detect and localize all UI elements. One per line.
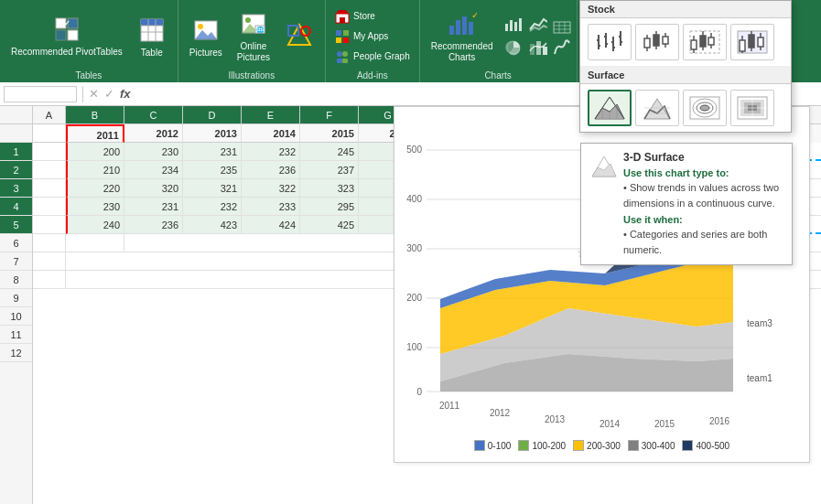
cell-f-n1[interactable]: 245 (300, 143, 359, 161)
col-header-f[interactable]: F (300, 106, 359, 123)
stock-type-2[interactable] (635, 24, 679, 60)
cell-f-n2[interactable]: 237 (300, 161, 359, 179)
cell-c-n1[interactable]: 230 (124, 143, 183, 161)
row-header-9[interactable]: 9 (0, 289, 32, 307)
column-chart-button[interactable] (502, 15, 524, 35)
store-button[interactable]: Store (331, 7, 379, 26)
cancel-icon[interactable]: ✕ (89, 87, 99, 101)
cell-b0[interactable]: 2011 (66, 124, 124, 143)
cell-c0[interactable]: 2012 (124, 124, 183, 143)
cell-b-n4[interactable]: 230 (66, 198, 124, 216)
cell-d0[interactable]: 2013 (183, 124, 242, 143)
surface-top-view-2[interactable] (730, 90, 774, 126)
pie-chart-button[interactable] (502, 38, 524, 58)
pictures-label: Pictures (189, 48, 222, 58)
legend-item-100-200: 100-200 (518, 440, 566, 451)
svg-text:500: 500 (406, 145, 422, 155)
cell-c-n3[interactable]: 320 (124, 179, 183, 198)
row-header-n4[interactable]: 4 (0, 198, 32, 216)
cell-a-n5[interactable] (33, 216, 66, 234)
cell-e-n3[interactable]: 322 (242, 179, 300, 198)
pictures-button[interactable]: Pictures (184, 8, 228, 65)
row-header-n2[interactable]: 2 (0, 161, 32, 179)
cell-f-n5[interactable]: 425 (300, 216, 359, 234)
surface-3d-2[interactable] (635, 90, 679, 126)
cell-e0[interactable]: 2014 (242, 124, 300, 143)
stock-type-3[interactable] (683, 24, 727, 60)
svg-text:200: 200 (406, 293, 422, 303)
cell-b-n2[interactable]: 210 (66, 161, 124, 179)
cell-c-n4[interactable]: 231 (124, 198, 183, 216)
svg-rect-2 (56, 30, 66, 40)
tooltip-text-block: 3-D Surface Use this chart type to: • Sh… (623, 151, 779, 257)
svg-rect-3 (68, 30, 78, 40)
name-box[interactable] (4, 86, 77, 102)
row-header-1[interactable] (0, 124, 32, 143)
row-header-n5[interactable]: 5 (0, 216, 32, 234)
cell-a-n4[interactable] (33, 198, 66, 216)
cell-b-n3[interactable]: 220 (66, 179, 124, 198)
row-header-8[interactable]: 8 (0, 271, 32, 289)
cell-b-n1[interactable]: 200 (66, 143, 124, 161)
recommended-pivot-tables-button[interactable]: ✓ Recommended PivotTables (5, 8, 128, 65)
cell-a-n3[interactable] (33, 179, 66, 198)
stock-type-4[interactable] (730, 24, 774, 60)
line-chart-button[interactable] (527, 15, 549, 35)
ribbon-section-tables: ✓ Recommended PivotTables Table (0, 0, 178, 82)
cell-e-n1[interactable]: 232 (242, 143, 300, 161)
people-graph-button[interactable]: People Graph (331, 48, 414, 66)
row-header-n1[interactable]: 1 (0, 143, 32, 161)
cell-d-n2[interactable]: 235 (183, 161, 242, 179)
row-header-10[interactable]: 10 (0, 307, 32, 326)
fx-icon[interactable]: fx (120, 87, 131, 101)
row-header-11[interactable]: 11 (0, 326, 32, 344)
cell-d-n5[interactable]: 423 (183, 216, 242, 234)
tooltip-use-when-label: Use it when: (623, 214, 779, 225)
cell-e-n4[interactable]: 233 (242, 198, 300, 216)
surface-3d-1[interactable] (588, 90, 632, 126)
table-button[interactable]: Table (132, 8, 172, 65)
cell-d-n3[interactable]: 321 (183, 179, 242, 198)
more-charts-button[interactable] (527, 38, 549, 58)
cell-c-n2[interactable]: 234 (124, 161, 183, 179)
cell-e-n2[interactable]: 236 (242, 161, 300, 179)
svg-text:🌐: 🌐 (255, 26, 264, 34)
col-header-e[interactable]: E (242, 106, 300, 123)
col-header-b[interactable]: B (66, 106, 124, 123)
cell-a0[interactable] (33, 124, 66, 143)
stock-type-1[interactable] (588, 24, 632, 60)
svg-rect-26 (343, 30, 349, 36)
cell-f-n3[interactable]: 323 (300, 179, 359, 198)
cell-d-n1[interactable]: 231 (183, 143, 242, 161)
svg-rect-36 (469, 22, 473, 35)
svg-rect-89 (644, 38, 650, 48)
cell-a-n2[interactable] (33, 161, 66, 179)
surface-icons-row (580, 84, 791, 132)
cell-c-n5[interactable]: 236 (124, 216, 183, 234)
row-header-7[interactable]: 7 (0, 252, 32, 271)
shapes-button[interactable] (279, 8, 319, 65)
col-header-c[interactable]: C (124, 106, 183, 123)
row-header-12[interactable]: 12 (0, 344, 32, 362)
col-header-a[interactable]: A (33, 106, 66, 123)
cell-f0[interactable]: 2015 (300, 124, 359, 143)
row-header-6[interactable]: 6 (0, 234, 32, 252)
svg-point-30 (342, 51, 348, 57)
cell-f-n4[interactable]: 295 (300, 198, 359, 216)
cell-e-n5[interactable]: 424 (242, 216, 300, 234)
col-header-d[interactable]: D (183, 106, 242, 123)
row-header-n3[interactable]: 3 (0, 179, 32, 198)
svg-rect-45 (543, 47, 547, 55)
cell-d-n4[interactable]: 232 (183, 198, 242, 216)
svg-rect-33 (449, 26, 454, 35)
cell-a-n1[interactable] (33, 143, 66, 161)
cell-b-n5[interactable]: 240 (66, 216, 124, 234)
confirm-icon[interactable]: ✓ (104, 87, 114, 101)
online-pictures-button[interactable]: 🌐 OnlinePictures (232, 8, 275, 65)
table-label: Table (141, 48, 163, 58)
recommended-charts-button[interactable]: ✓ RecommendedCharts (426, 8, 499, 65)
surface-top-view-1[interactable] (683, 90, 727, 126)
illus-buttons: Pictures 🌐 OnlinePictures (184, 4, 319, 69)
svg-text:✓: ✓ (63, 19, 70, 27)
my-apps-button[interactable]: My Apps (331, 27, 392, 46)
